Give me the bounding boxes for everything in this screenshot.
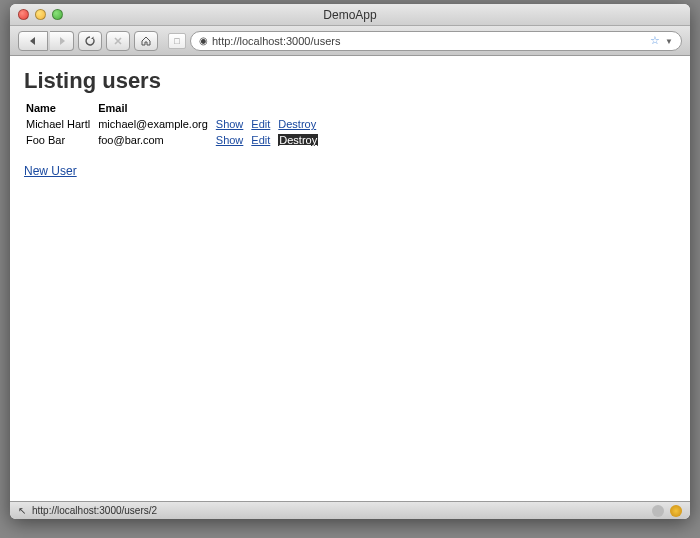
show-link[interactable]: Show [216,118,244,130]
window-title: DemoApp [10,8,690,22]
forward-button[interactable] [50,31,74,51]
gear-icon[interactable] [652,505,664,517]
bug-icon[interactable] [670,505,682,517]
edit-link[interactable]: Edit [251,134,270,146]
stop-button[interactable] [106,31,130,51]
reload-button[interactable] [78,31,102,51]
minimize-window-button[interactable] [35,9,46,20]
status-bar: ↖ http://localhost:3000/users/2 [10,501,690,519]
cursor-icon: ↖ [18,505,26,516]
home-icon [140,35,152,47]
users-table: Name Email Michael Hartlmichael@example.… [24,100,324,148]
status-text: http://localhost:3000/users/2 [32,505,157,516]
home-button[interactable] [134,31,158,51]
edit-link[interactable]: Edit [251,118,270,130]
bookmark-star-icon[interactable]: ☆ [650,34,660,46]
address-dropdown-icon[interactable]: ▼ [665,37,673,46]
destroy-link[interactable]: Destroy [278,134,318,146]
traffic-lights [10,9,63,20]
close-window-button[interactable] [18,9,29,20]
titlebar: DemoApp [10,4,690,26]
browser-window: DemoApp □ ◉ http://localhost:3000/users [10,4,690,519]
page-title: Listing users [24,68,676,94]
cell-name: Foo Bar [24,132,96,148]
show-link[interactable]: Show [216,134,244,146]
page-proxy-icon[interactable]: □ [168,33,186,49]
zoom-window-button[interactable] [52,9,63,20]
globe-icon: ◉ [199,35,208,46]
address-bar[interactable]: ◉ http://localhost:3000/users ☆ ▼ [190,31,682,51]
table-row: Foo Barfoo@bar.comShowEditDestroy [24,132,324,148]
cell-email: foo@bar.com [96,132,214,148]
cell-email: michael@example.org [96,116,214,132]
col-email: Email [96,100,214,116]
forward-arrow-icon [58,36,66,46]
col-name: Name [24,100,96,116]
new-user-link[interactable]: New User [24,164,77,178]
table-row: Michael Hartlmichael@example.orgShowEdit… [24,116,324,132]
reload-icon [84,35,96,47]
back-button[interactable] [18,31,48,51]
stop-icon [113,36,123,46]
back-arrow-icon [27,35,39,47]
cell-name: Michael Hartl [24,116,96,132]
address-text: http://localhost:3000/users [212,35,340,47]
destroy-link[interactable]: Destroy [278,118,316,130]
page-content: Listing users Name Email Michael Hartlmi… [10,56,690,501]
browser-toolbar: □ ◉ http://localhost:3000/users ☆ ▼ [10,26,690,56]
